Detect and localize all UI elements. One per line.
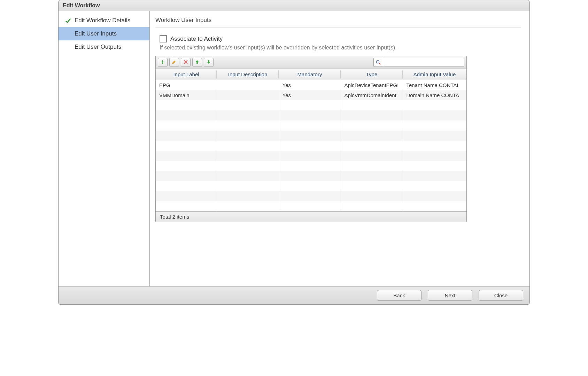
- col-type[interactable]: Type: [341, 69, 403, 80]
- grid-toolbar: [156, 56, 466, 69]
- table-header-row: Input Label Input Description Mandatory …: [156, 69, 466, 80]
- back-button[interactable]: Back: [377, 290, 421, 301]
- arrow-down-icon: [206, 60, 211, 65]
- cell-type: ApicDeviceTenantEPGI: [341, 80, 403, 91]
- sidebar-item-edit-user-outputs[interactable]: Edit User Outputs: [59, 40, 149, 54]
- cell-type: ApicVmmDomainIdent: [341, 90, 403, 100]
- inputs-table: Input Label Input Description Mandatory …: [156, 69, 467, 211]
- col-input-description[interactable]: Input Description: [217, 69, 279, 80]
- sidebar-item-edit-workflow-details[interactable]: Edit Workflow Details: [59, 14, 149, 27]
- cell-mandatory: Yes: [279, 80, 341, 91]
- add-button[interactable]: [158, 58, 168, 67]
- table-row-empty: [156, 201, 466, 211]
- table-row-empty: [156, 131, 466, 141]
- edit-workflow-window: Edit Workflow Edit Workflow Details Edit…: [58, 0, 530, 305]
- table-row-empty: [156, 151, 466, 161]
- table-row-empty: [156, 141, 466, 151]
- cell-description: [217, 80, 279, 91]
- window-title: Edit Workflow: [59, 0, 529, 11]
- table-row-empty: [156, 181, 466, 191]
- edit-button[interactable]: [169, 58, 179, 67]
- sidebar-item-label: Edit Workflow Details: [75, 17, 130, 24]
- associate-help-text: If selected,existing workflow's user inp…: [160, 45, 521, 51]
- col-input-label[interactable]: Input Label: [156, 69, 217, 80]
- plus-icon: [160, 60, 165, 65]
- table-row-empty: [156, 161, 466, 171]
- col-admin-input-value[interactable]: Admin Input Value: [403, 69, 466, 80]
- step-icon: [65, 44, 71, 50]
- sidebar-item-edit-user-inputs[interactable]: Edit User Inputs: [59, 27, 149, 40]
- next-button[interactable]: Next: [428, 290, 472, 301]
- delete-button[interactable]: [181, 58, 191, 67]
- wizard-sidebar: Edit Workflow Details Edit User Inputs E…: [59, 11, 150, 286]
- sidebar-item-label: Edit User Outputs: [75, 44, 121, 50]
- arrow-up-icon: [195, 60, 200, 65]
- grid-footer: Total 2 items: [156, 211, 466, 222]
- table-row[interactable]: EPGYesApicDeviceTenantEPGITenant Name CO…: [156, 80, 466, 91]
- svg-line-1: [379, 63, 380, 64]
- col-mandatory[interactable]: Mandatory: [279, 69, 341, 80]
- svg-point-0: [377, 61, 379, 63]
- x-icon: [183, 60, 188, 65]
- close-button[interactable]: Close: [479, 290, 523, 301]
- associate-row: Associate to Activity: [160, 35, 521, 42]
- table-row-empty: [156, 110, 466, 120]
- cell-admin: Domain Name CONTA: [403, 90, 466, 100]
- table-row-empty: [156, 120, 466, 131]
- cell-label: VMMDomain: [156, 90, 217, 100]
- table-row-empty: [156, 171, 466, 181]
- table-row-empty: [156, 100, 466, 110]
- cell-mandatory: Yes: [279, 90, 341, 100]
- move-down-button[interactable]: [204, 58, 214, 67]
- cell-label: EPG: [156, 80, 217, 91]
- window-body: Edit Workflow Details Edit User Inputs E…: [59, 11, 529, 286]
- cell-admin: Tenant Name CONTAI: [403, 80, 466, 91]
- associate-label: Associate to Activity: [170, 36, 223, 42]
- page-title: Workflow User Inputs: [155, 15, 521, 28]
- table-row[interactable]: VMMDomainYesApicVmmDomainIdentDomain Nam…: [156, 90, 466, 100]
- grid-search: [373, 58, 464, 67]
- search-input[interactable]: [383, 60, 464, 65]
- move-up-button[interactable]: [192, 58, 202, 67]
- pencil-icon: [172, 60, 177, 65]
- wizard-footer: Back Next Close: [59, 286, 529, 304]
- cell-description: [217, 90, 279, 100]
- inputs-grid: Input Label Input Description Mandatory …: [155, 56, 467, 222]
- sidebar-item-label: Edit User Inputs: [75, 30, 117, 37]
- main-panel: Workflow User Inputs Associate to Activi…: [150, 11, 529, 286]
- check-icon: [65, 17, 71, 24]
- search-icon[interactable]: [374, 58, 383, 66]
- associate-checkbox[interactable]: [160, 35, 167, 42]
- table-row-empty: [156, 191, 466, 201]
- step-icon: [65, 31, 71, 37]
